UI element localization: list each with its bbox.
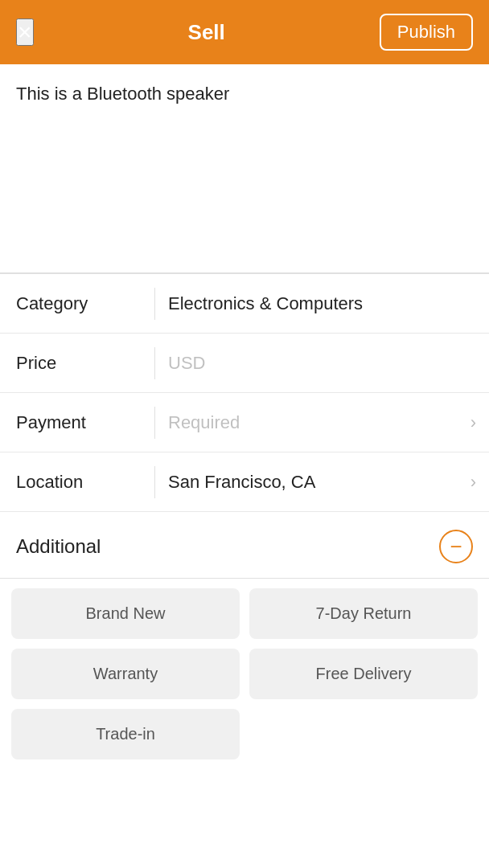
- location-row[interactable]: Location San Francisco, CA ›: [0, 452, 489, 512]
- trade-in-tag[interactable]: Trade-in: [11, 709, 240, 760]
- publish-button[interactable]: Publish: [380, 14, 473, 51]
- description-area[interactable]: This is a Bluetooth speaker: [0, 64, 489, 273]
- chevron-right-icon: ›: [471, 472, 476, 493]
- app-header: × Sell Publish: [0, 0, 489, 64]
- additional-title: Additional: [16, 535, 101, 558]
- tags-grid: Brand New 7-Day Return Warranty Free Del…: [0, 579, 489, 776]
- location-label: Location: [0, 457, 154, 507]
- category-value: Electronics & Computers: [155, 279, 489, 329]
- free-delivery-tag[interactable]: Free Delivery: [249, 649, 478, 699]
- category-row[interactable]: Category Electronics & Computers: [0, 274, 489, 334]
- payment-label: Payment: [0, 398, 154, 448]
- payment-row[interactable]: Payment Required ›: [0, 393, 489, 452]
- additional-header: Additional −: [0, 512, 489, 579]
- category-label: Category: [0, 279, 154, 329]
- form-section: Category Electronics & Computers Price U…: [0, 273, 489, 512]
- payment-value: Required ›: [155, 398, 489, 448]
- 7-day-return-tag[interactable]: 7-Day Return: [249, 588, 478, 639]
- warranty-tag[interactable]: Warranty: [11, 649, 240, 699]
- price-value: USD: [155, 338, 489, 388]
- brand-new-tag[interactable]: Brand New: [11, 588, 240, 639]
- price-row[interactable]: Price USD: [0, 334, 489, 393]
- description-text: This is a Bluetooth speaker: [16, 84, 229, 104]
- location-value: San Francisco, CA ›: [155, 457, 489, 507]
- close-button[interactable]: ×: [16, 18, 34, 46]
- collapse-additional-button[interactable]: −: [439, 530, 473, 563]
- additional-section: Additional − Brand New 7-Day Return Warr…: [0, 512, 489, 776]
- page-title: Sell: [188, 20, 225, 45]
- chevron-right-icon: ›: [471, 412, 476, 433]
- price-label: Price: [0, 338, 154, 388]
